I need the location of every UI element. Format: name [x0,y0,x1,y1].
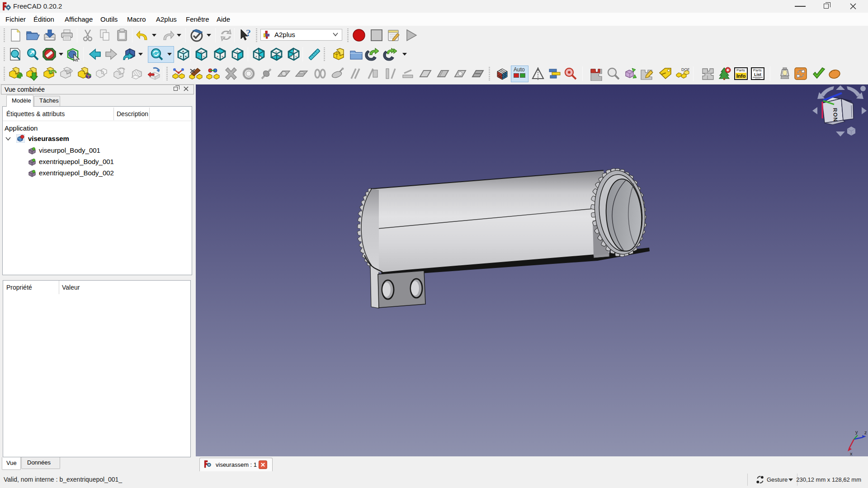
svg-text:Parts: Parts [736,68,745,72]
svg-text:RON: RON [832,108,839,122]
svg-text:List: List [754,72,761,77]
svg-text:?: ? [246,28,251,38]
svg-text:y: y [855,429,858,435]
svg-text:Info: Info [736,73,745,79]
svg-text:Parts: Parts [753,68,762,72]
svg-text:z: z [864,430,867,435]
svg-text:x: x [850,451,853,456]
